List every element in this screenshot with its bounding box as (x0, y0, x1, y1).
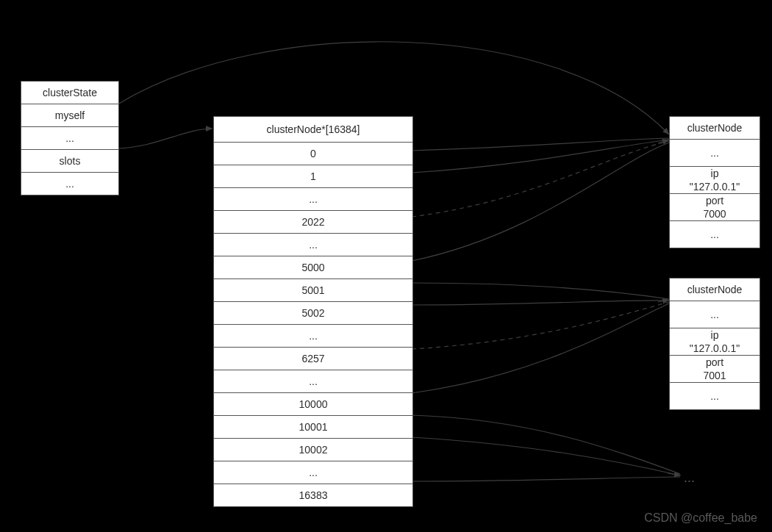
slot-row: 0 (214, 143, 412, 165)
cluster-node-b-row: ... (670, 383, 760, 409)
slot-row: ... (214, 234, 412, 256)
cluster-node-a-row: ... (670, 221, 760, 248)
port-value: 7001 (703, 370, 726, 381)
cluster-state-box: clusterState myself ... slots ... (21, 81, 119, 195)
diagram-canvas: clusterState myself ... slots ... cluste… (0, 0, 772, 532)
slot-row: 10001 (214, 416, 412, 439)
cluster-node-a-title: clusterNode (670, 117, 760, 140)
cluster-node-a-row: ... (670, 140, 760, 167)
slot-row: ... (214, 370, 412, 393)
cluster-state-row: myself (21, 104, 118, 127)
cluster-state-title: clusterState (21, 82, 118, 104)
slot-table-box: clusterNode*[16384] 0 1 ... 2022 ... 500… (213, 116, 413, 507)
slot-row: 5002 (214, 302, 412, 325)
slot-row: 5001 (214, 279, 412, 302)
cluster-node-a-port: port 7000 (670, 194, 760, 221)
slot-table-title: clusterNode*[16384] (214, 117, 412, 143)
cluster-node-b-port: port 7001 (670, 356, 760, 383)
slot-row: 16383 (214, 484, 412, 506)
slot-row: 1 (214, 165, 412, 188)
port-label: port (706, 356, 723, 368)
slot-row: ... (214, 188, 412, 211)
cluster-state-row: slots (21, 150, 118, 173)
slot-row: ... (214, 461, 412, 484)
port-label: port (706, 195, 723, 206)
slot-row: ... (214, 325, 412, 348)
slot-row: 6257 (214, 348, 412, 370)
port-value: 7000 (703, 208, 726, 220)
slot-row: 2022 (214, 211, 412, 234)
slot-row: 5000 (214, 256, 412, 279)
cluster-node-b-title: clusterNode (670, 278, 760, 301)
slot-row: 10002 (214, 439, 412, 461)
cluster-state-row: ... (21, 173, 118, 195)
ip-label: ip (711, 168, 719, 179)
bottom-right-ellipsis: ... (684, 470, 695, 486)
cluster-node-a-ip: ip "127.0.0.1" (670, 167, 760, 194)
ip-label: ip (711, 329, 719, 341)
slot-row: 10000 (214, 393, 412, 416)
watermark-text: CSDN @coffee_babe (644, 511, 757, 525)
cluster-node-a-box: clusterNode ... ip "127.0.0.1" port 7000… (669, 116, 760, 248)
ip-value: "127.0.0.1" (690, 342, 740, 354)
cluster-node-b-row: ... (670, 301, 760, 328)
ip-value: "127.0.0.1" (690, 181, 740, 193)
cluster-node-b-box: clusterNode ... ip "127.0.0.1" port 7001… (669, 278, 760, 410)
cluster-node-b-ip: ip "127.0.0.1" (670, 328, 760, 356)
cluster-state-row: ... (21, 127, 118, 150)
